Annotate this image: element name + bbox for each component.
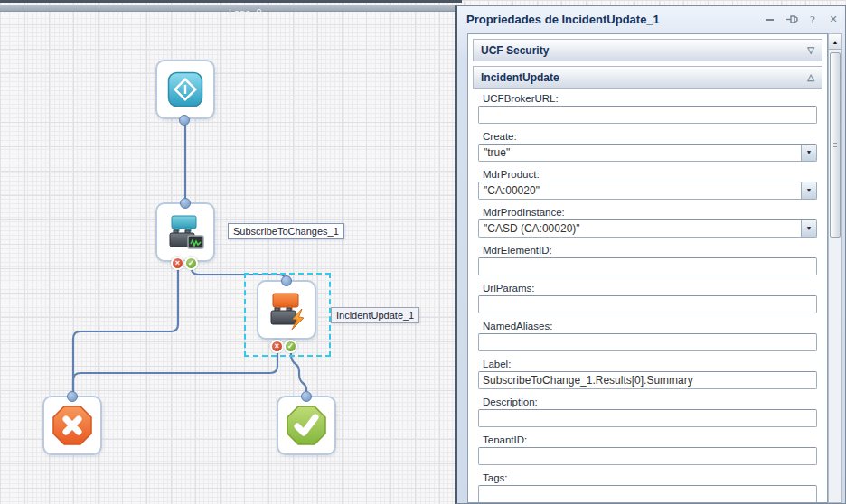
dropdown-value: "CA:00020" bbox=[484, 184, 540, 197]
field-label: MdrElementID: bbox=[478, 242, 817, 257]
module-monitor-icon bbox=[164, 211, 206, 253]
section-header-ucf-security[interactable]: UCF Security ▽ bbox=[473, 39, 822, 61]
field-input[interactable] bbox=[478, 485, 817, 503]
incident-success-port[interactable]: ✓ bbox=[284, 340, 297, 353]
field-label: UrlParams: bbox=[478, 280, 817, 295]
property-field: Create:"true"▼ bbox=[478, 128, 817, 162]
properties-form: UCF Security ▽ IncidentUpdate △ UCFBroke… bbox=[467, 33, 828, 503]
field-input[interactable] bbox=[478, 371, 817, 389]
field-label: MdrProduct: bbox=[478, 166, 817, 182]
field-dropdown[interactable]: "true"▼ bbox=[478, 144, 817, 162]
scroll-up-arrow-icon[interactable]: ▲ bbox=[829, 34, 841, 50]
property-field: Description: bbox=[478, 394, 817, 427]
section-label: UCF Security bbox=[481, 44, 549, 57]
property-field: TenantID: bbox=[478, 432, 817, 465]
properties-panel-title: Propriedades de IncidentUpdate_1 bbox=[466, 13, 660, 26]
property-field: MdrProduct:"CA:00020"▼ bbox=[478, 166, 817, 200]
section-header-incidentupdate[interactable]: IncidentUpdate △ bbox=[473, 66, 822, 89]
field-label: MdrProdInstance: bbox=[478, 204, 817, 219]
abort-input-port[interactable] bbox=[67, 391, 78, 402]
field-input[interactable] bbox=[478, 409, 817, 427]
success-input-port[interactable] bbox=[301, 391, 312, 402]
section-label: IncidentUpdate bbox=[481, 71, 559, 84]
incident-node[interactable] bbox=[257, 280, 316, 340]
field-dropdown[interactable]: "CA:00020"▼ bbox=[478, 182, 817, 200]
property-field: UCFBrokerURL: bbox=[478, 90, 817, 124]
field-label: UCFBrokerURL: bbox=[478, 90, 817, 106]
dropdown-arrow-icon[interactable]: ▼ bbox=[801, 145, 816, 161]
subscribe-success-port[interactable]: ✓ bbox=[184, 257, 198, 270]
dropdown-value: "true" bbox=[484, 146, 510, 159]
field-label: Description: bbox=[478, 394, 817, 409]
start-output-port[interactable] bbox=[179, 115, 190, 126]
field-label: Tags: bbox=[478, 470, 817, 485]
property-field: MdrElementID: bbox=[478, 242, 817, 275]
subscribe-input-port[interactable] bbox=[180, 198, 191, 209]
wire-subscribe-to-abort bbox=[73, 264, 178, 397]
subscribe-node-label[interactable]: SubscribeToChanges_1 bbox=[228, 223, 344, 239]
subscribe-fail-port[interactable]: × bbox=[171, 257, 184, 270]
field-label: NamedAliases: bbox=[478, 318, 817, 333]
success-octagon-check-icon bbox=[285, 404, 328, 447]
incident-node-label[interactable]: IncidentUpdate_1 bbox=[331, 307, 419, 323]
property-field: Tags: bbox=[478, 470, 817, 503]
properties-panel: Propriedades de IncidentUpdate_1 ? ✕ UCF… bbox=[455, 5, 846, 504]
dropdown-value: "CASD (CA:00020)" bbox=[484, 222, 580, 235]
start-diamond-icon bbox=[167, 71, 203, 107]
dropdown-arrow-icon[interactable]: ▼ bbox=[801, 182, 816, 199]
fields-list: UCFBrokerURL:Create:"true"▼MdrProduct:"C… bbox=[468, 90, 827, 503]
minimize-icon[interactable] bbox=[765, 14, 777, 25]
property-field: UrlParams: bbox=[478, 280, 817, 313]
field-input[interactable] bbox=[478, 106, 817, 124]
success-node[interactable] bbox=[277, 396, 336, 455]
property-field: NamedAliases: bbox=[478, 318, 817, 351]
property-field: MdrProdInstance:"CASD (CA:00020)"▼ bbox=[478, 204, 817, 238]
abort-node[interactable] bbox=[42, 396, 102, 455]
field-label: Create: bbox=[478, 128, 817, 144]
start-node[interactable] bbox=[155, 60, 215, 119]
incident-fail-port[interactable]: × bbox=[270, 340, 284, 353]
scrollbar-thumb[interactable] bbox=[830, 52, 841, 238]
field-input[interactable] bbox=[478, 333, 817, 351]
abort-octagon-x-icon bbox=[51, 404, 94, 447]
scrollbar-grip-icon bbox=[833, 143, 837, 148]
field-input[interactable] bbox=[478, 447, 817, 465]
field-label: Label: bbox=[478, 356, 817, 371]
pin-icon[interactable] bbox=[785, 14, 798, 25]
field-label: TenantID: bbox=[478, 432, 817, 447]
property-field: Label: bbox=[478, 356, 817, 389]
subscribe-node[interactable] bbox=[155, 202, 215, 262]
chevron-up-icon[interactable]: △ bbox=[807, 72, 814, 82]
help-icon[interactable]: ? bbox=[806, 14, 819, 25]
module-lightning-icon bbox=[266, 289, 307, 331]
field-input[interactable] bbox=[478, 257, 817, 275]
field-input[interactable] bbox=[478, 295, 817, 313]
panel-scrollbar[interactable]: ▲ bbox=[828, 33, 842, 503]
incident-input-port[interactable] bbox=[281, 275, 292, 286]
field-dropdown[interactable]: "CASD (CA:00020)"▼ bbox=[478, 219, 817, 238]
chevron-down-icon[interactable]: ▽ bbox=[807, 45, 814, 55]
close-icon[interactable]: ✕ bbox=[827, 14, 840, 25]
dropdown-arrow-icon[interactable]: ▼ bbox=[801, 220, 816, 237]
